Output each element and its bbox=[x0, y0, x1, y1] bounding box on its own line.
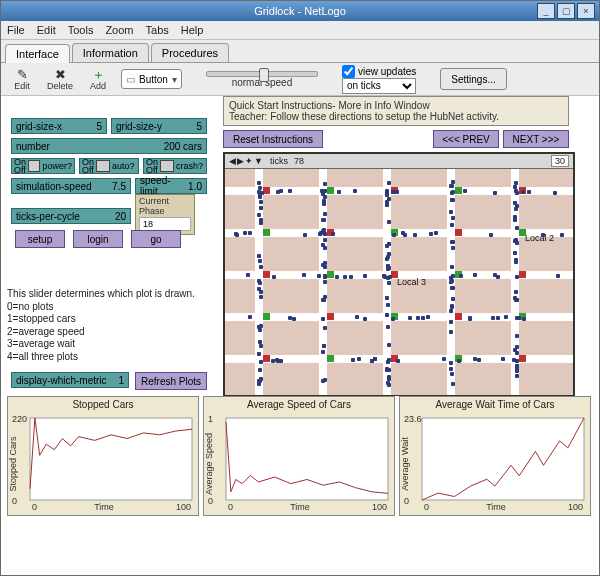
settings-button[interactable]: Settings... bbox=[440, 68, 506, 90]
car bbox=[516, 316, 520, 320]
button-refresh-plots[interactable]: Refresh Plots bbox=[135, 372, 207, 390]
slider-number[interactable]: number200 cars bbox=[11, 138, 207, 154]
car bbox=[522, 317, 526, 321]
menu-zoom[interactable]: Zoom bbox=[105, 24, 133, 36]
car bbox=[321, 350, 325, 354]
slider-grid-size-x[interactable]: grid-size-x5 bbox=[11, 118, 107, 134]
car bbox=[450, 286, 454, 290]
car bbox=[449, 184, 453, 188]
traffic-light bbox=[263, 187, 270, 194]
svg-text:Average Wait: Average Wait bbox=[400, 437, 410, 491]
car bbox=[387, 220, 391, 224]
car bbox=[387, 368, 391, 372]
switch-crash[interactable]: OnOffcrash? bbox=[143, 158, 207, 174]
tab-procedures[interactable]: Procedures bbox=[151, 43, 229, 62]
delete-button[interactable]: ✖Delete bbox=[45, 68, 75, 91]
button-go[interactable]: go bbox=[131, 230, 181, 248]
plot-wait-svg: 23.6 0 0 100 Time Average Wait bbox=[400, 412, 590, 512]
menu-help[interactable]: Help bbox=[181, 24, 204, 36]
tab-information[interactable]: Information bbox=[72, 43, 149, 62]
traffic-light bbox=[519, 355, 526, 362]
window-title: Gridlock - NetLogo bbox=[254, 5, 346, 17]
minimize-button[interactable]: _ bbox=[537, 3, 555, 19]
plot-average-speed: Average Speed of Cars 1 0 0 100 Time Ave… bbox=[203, 396, 395, 516]
widget-type-combo[interactable]: ▭ Button ▾ bbox=[121, 69, 182, 89]
menu-tabs[interactable]: Tabs bbox=[146, 24, 169, 36]
slider-ticks-per-cycle[interactable]: ticks-per-cycle20 bbox=[11, 208, 131, 224]
car bbox=[451, 240, 455, 244]
traffic-light bbox=[455, 313, 462, 320]
slider-simulation-speed[interactable]: simulation-speed7.5 bbox=[11, 178, 131, 194]
button-login[interactable]: login bbox=[73, 230, 123, 248]
speed-slider[interactable]: normal speed bbox=[206, 71, 318, 88]
button-prev[interactable]: <<< PREV bbox=[433, 130, 499, 148]
car bbox=[387, 343, 391, 347]
view-updates-mode[interactable]: on ticks bbox=[342, 78, 416, 94]
svg-rect-6 bbox=[30, 418, 192, 500]
traffic-light bbox=[263, 313, 270, 320]
switch-power[interactable]: OnOffpower? bbox=[11, 158, 75, 174]
traffic-light bbox=[263, 271, 270, 278]
view-patch-size[interactable]: 30 bbox=[551, 155, 569, 167]
menu-tools[interactable]: Tools bbox=[68, 24, 94, 36]
quickstart-output: Quick Start Instructions- More in Info W… bbox=[223, 96, 569, 126]
svg-text:23.6: 23.6 bbox=[404, 414, 422, 424]
car bbox=[541, 233, 545, 237]
pencil-icon: ✎ bbox=[17, 68, 28, 81]
car bbox=[259, 295, 263, 299]
svg-text:100: 100 bbox=[176, 502, 191, 512]
car bbox=[258, 328, 262, 332]
x-icon: ✖ bbox=[55, 68, 66, 81]
car bbox=[513, 251, 517, 255]
world-canvas[interactable]: /*lights drawn below via JS for brevity*… bbox=[225, 169, 573, 395]
car bbox=[321, 317, 325, 321]
car bbox=[323, 326, 327, 330]
car bbox=[451, 274, 455, 278]
button-reset-instructions[interactable]: Reset Instructions bbox=[223, 130, 323, 148]
menu-edit[interactable]: Edit bbox=[37, 24, 56, 36]
slider-display-which-metric[interactable]: display-which-metric1 bbox=[11, 372, 129, 388]
car bbox=[258, 186, 262, 190]
add-button[interactable]: ＋Add bbox=[83, 68, 113, 91]
car bbox=[303, 233, 307, 237]
slider-grid-size-y[interactable]: grid-size-y5 bbox=[111, 118, 207, 134]
svg-rect-13 bbox=[226, 418, 388, 500]
plus-icon: ＋ bbox=[92, 68, 105, 81]
button-setup[interactable]: setup bbox=[15, 230, 65, 248]
car bbox=[355, 315, 359, 319]
car bbox=[553, 191, 557, 195]
edit-button[interactable]: ✎Edit bbox=[7, 68, 37, 91]
car bbox=[302, 273, 306, 277]
car bbox=[351, 358, 355, 362]
slider-speed-limit[interactable]: speed-limit1.0 bbox=[135, 178, 207, 194]
tab-interface[interactable]: Interface bbox=[5, 44, 70, 63]
maximize-button[interactable]: ▢ bbox=[557, 3, 575, 19]
car bbox=[449, 320, 453, 324]
button-next[interactable]: NEXT >>> bbox=[503, 130, 569, 148]
view-3d-icons[interactable]: ◀▶✦▼ bbox=[229, 156, 264, 166]
menu-file[interactable]: File bbox=[7, 24, 25, 36]
traffic-light bbox=[455, 187, 462, 194]
car bbox=[257, 213, 261, 217]
car bbox=[353, 189, 357, 193]
svg-text:0: 0 bbox=[12, 496, 17, 506]
plot-average-wait: Average Wait Time of Cars 23.6 0 0 100 T… bbox=[399, 396, 591, 516]
world-view[interactable]: ◀▶✦▼ ticks 78 30 /*lights drawn below vi… bbox=[223, 152, 575, 396]
car bbox=[292, 317, 296, 321]
car bbox=[451, 216, 455, 220]
view-updates-checkbox[interactable] bbox=[342, 65, 355, 78]
close-button[interactable]: × bbox=[577, 3, 595, 19]
car bbox=[515, 364, 519, 368]
car bbox=[514, 181, 518, 185]
switch-auto[interactable]: OnOffauto? bbox=[79, 158, 139, 174]
traffic-light bbox=[519, 229, 526, 236]
car bbox=[259, 377, 263, 381]
car bbox=[514, 258, 518, 262]
car bbox=[515, 369, 519, 373]
plot-speed-svg: 1 0 0 100 Time Average Speed bbox=[204, 412, 394, 512]
car bbox=[258, 281, 262, 285]
car bbox=[513, 215, 517, 219]
car bbox=[259, 344, 263, 348]
car bbox=[473, 357, 477, 361]
car bbox=[459, 274, 463, 278]
